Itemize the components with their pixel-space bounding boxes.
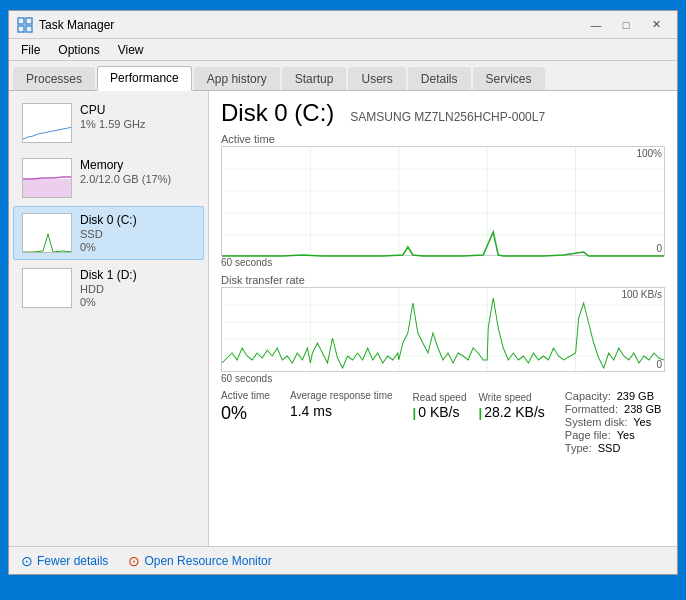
tab-app-history[interactable]: App history: [194, 67, 280, 90]
tab-details[interactable]: Details: [408, 67, 471, 90]
capacity-label: Capacity:: [565, 390, 611, 402]
memory-name: Memory: [80, 158, 171, 172]
footer-bar: ⊙ Fewer details ⊙ Open Resource Monitor: [9, 546, 677, 574]
disk1-sub1: HDD: [80, 283, 137, 295]
sidebar-item-disk1[interactable]: Disk 1 (D:) HDD 0%: [13, 261, 204, 315]
transfer-rate-section: Disk transfer rate 100 KB/s 0: [221, 274, 665, 384]
transfer-svg: [222, 288, 664, 373]
disk0-sub1: SSD: [80, 228, 137, 240]
svg-rect-4: [23, 104, 72, 143]
transfer-zero: 0: [656, 359, 662, 370]
avg-response-label: Average response time: [290, 390, 393, 401]
stat-avg-response: Average response time 1.4 ms: [290, 390, 393, 454]
tab-performance[interactable]: Performance: [97, 66, 192, 91]
disk0-sub2: 0%: [80, 241, 137, 253]
maximize-button[interactable]: □: [613, 15, 639, 35]
cpu-info: CPU 1% 1.59 GHz: [80, 103, 145, 130]
transfer-max: 100 KB/s: [621, 289, 662, 300]
svg-rect-8: [23, 269, 72, 308]
open-resource-monitor-label: Open Resource Monitor: [144, 554, 271, 568]
resource-monitor-icon: ⊙: [128, 553, 140, 569]
svg-rect-3: [26, 26, 32, 32]
avg-response-value: 1.4 ms: [290, 403, 393, 419]
active-time-section: Active time 100% 0: [221, 133, 665, 268]
formatted-label: Formatted:: [565, 403, 618, 415]
sidebar-item-disk0[interactable]: Disk 0 (C:) SSD 0%: [13, 206, 204, 260]
minimize-button[interactable]: —: [583, 15, 609, 35]
task-manager-window: Task Manager — □ ✕ File Options View Pro…: [8, 10, 678, 575]
svg-rect-6: [23, 179, 72, 198]
stats-row: Active time 0% Average response time 1.4…: [221, 390, 665, 454]
svg-rect-2: [18, 26, 24, 32]
main-panel: Disk 0 (C:) SAMSUNG MZ7LN256HCHP-000L7 A…: [209, 91, 677, 546]
formatted-value: 238 GB: [624, 403, 661, 415]
transfer-seconds: 60 seconds: [221, 373, 665, 384]
type-value: SSD: [598, 442, 621, 454]
content-area: CPU 1% 1.59 GHz Memory 2.0/12.0 GB (17%): [9, 91, 677, 546]
transfer-label: Disk transfer rate: [221, 274, 665, 286]
system-disk-row: System disk: Yes: [565, 416, 662, 428]
active-time-label: Active time: [221, 133, 665, 145]
read-speed-label: Read speed: [413, 392, 467, 403]
active-time-svg: [222, 147, 664, 257]
title-bar-left: Task Manager: [17, 17, 114, 33]
fewer-details-label: Fewer details: [37, 554, 108, 568]
menu-options[interactable]: Options: [50, 41, 107, 59]
tab-startup[interactable]: Startup: [282, 67, 347, 90]
memory-info: Memory 2.0/12.0 GB (17%): [80, 158, 171, 185]
type-label: Type:: [565, 442, 592, 454]
memory-sub: 2.0/12.0 GB (17%): [80, 173, 171, 185]
cpu-sub: 1% 1.59 GHz: [80, 118, 145, 130]
system-disk-label: System disk:: [565, 416, 627, 428]
window-controls: — □ ✕: [583, 15, 669, 35]
app-icon: [17, 17, 33, 33]
open-resource-monitor-link[interactable]: ⊙ Open Resource Monitor: [128, 553, 271, 569]
cpu-thumbnail: [22, 103, 72, 143]
active-time-stat-label: Active time: [221, 390, 270, 401]
sidebar: CPU 1% 1.59 GHz Memory 2.0/12.0 GB (17%): [9, 91, 209, 546]
page-file-label: Page file:: [565, 429, 611, 441]
active-time-chart: 100% 0: [221, 146, 665, 256]
disk0-name: Disk 0 (C:): [80, 213, 137, 227]
memory-thumbnail: [22, 158, 72, 198]
menu-file[interactable]: File: [13, 41, 48, 59]
tab-users[interactable]: Users: [348, 67, 405, 90]
disk1-name: Disk 1 (D:): [80, 268, 137, 282]
system-disk-value: Yes: [633, 416, 651, 428]
read-speed-value: 0 KB/s: [418, 404, 459, 420]
active-time-stat-value: 0%: [221, 403, 270, 424]
svg-rect-0: [18, 18, 24, 24]
stat-active-time: Active time 0%: [221, 390, 270, 454]
tab-services[interactable]: Services: [473, 67, 545, 90]
fewer-details-icon: ⊙: [21, 553, 33, 569]
svg-rect-7: [23, 214, 72, 253]
active-time-max: 100%: [636, 148, 662, 159]
menu-view[interactable]: View: [110, 41, 152, 59]
sidebar-item-cpu[interactable]: CPU 1% 1.59 GHz: [13, 96, 204, 150]
stat-aside-info: Capacity: 239 GB Formatted: 238 GB Syste…: [565, 390, 662, 454]
page-file-value: Yes: [617, 429, 635, 441]
disk-model: SAMSUNG MZ7LN256HCHP-000L7: [350, 110, 545, 124]
page-file-row: Page file: Yes: [565, 429, 662, 441]
type-row: Type: SSD: [565, 442, 662, 454]
close-button[interactable]: ✕: [643, 15, 669, 35]
disk1-thumbnail: [22, 268, 72, 308]
title-bar: Task Manager — □ ✕: [9, 11, 677, 39]
disk1-info: Disk 1 (D:) HDD 0%: [80, 268, 137, 308]
tab-processes[interactable]: Processes: [13, 67, 95, 90]
active-time-seconds: 60 seconds: [221, 257, 665, 268]
sidebar-item-memory[interactable]: Memory 2.0/12.0 GB (17%): [13, 151, 204, 205]
svg-rect-1: [26, 18, 32, 24]
tab-bar: Processes Performance App history Startu…: [9, 61, 677, 91]
cpu-name: CPU: [80, 103, 145, 117]
fewer-details-link[interactable]: ⊙ Fewer details: [21, 553, 108, 569]
active-time-zero: 0: [656, 243, 662, 254]
panel-title-row: Disk 0 (C:) SAMSUNG MZ7LN256HCHP-000L7: [221, 99, 665, 127]
write-speed-value: 28.2 KB/s: [484, 404, 545, 420]
disk1-sub2: 0%: [80, 296, 137, 308]
disk-title: Disk 0 (C:): [221, 99, 334, 127]
stat-read-write: Read speed | 0 KB/s Write speed | 28.2 K…: [413, 390, 545, 454]
capacity-value: 239 GB: [617, 390, 654, 402]
window-title: Task Manager: [39, 18, 114, 32]
capacity-row: Capacity: 239 GB: [565, 390, 662, 402]
